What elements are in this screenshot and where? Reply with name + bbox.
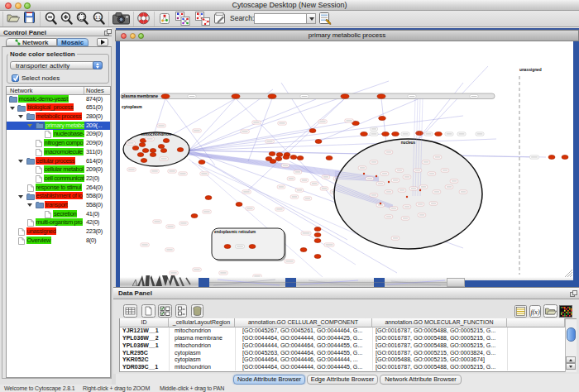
svg-text:endoplasmic reticulum: endoplasmic reticulum — [214, 230, 256, 234]
svg-text:nucleus: nucleus — [401, 141, 416, 145]
svg-text:mitochondrion: mitochondrion — [141, 131, 171, 136]
svg-text:cytoplasm: cytoplasm — [122, 104, 142, 109]
svg-text:f(x): f(x) — [530, 308, 539, 316]
svg-text:plasma membrane: plasma membrane — [122, 93, 158, 98]
svg-text:1:1: 1:1 — [95, 15, 101, 20]
svg-text:unassigned: unassigned — [519, 68, 542, 72]
